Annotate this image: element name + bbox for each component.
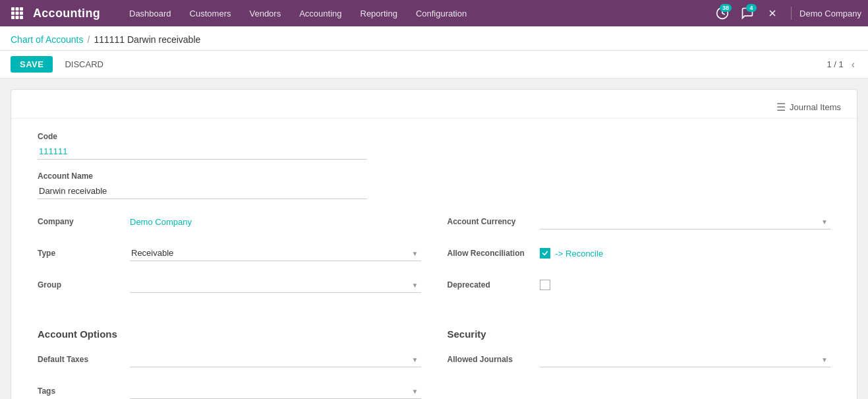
reconciliation-checkbox-wrapper: -> Reconcile (540, 248, 604, 259)
code-label: Code (38, 132, 830, 141)
clock-badge: 38 (720, 4, 732, 12)
allow-reconciliation-label: Allow Reconciliation (448, 249, 540, 258)
form-col-left: Company Demo Company Type Receivable ▼ (38, 211, 448, 306)
breadcrumb-current: 111111 Darwin receivable (94, 34, 200, 45)
tags-row: Tags ▼ (38, 381, 421, 399)
svg-rect-5 (20, 12, 23, 15)
navbar-separator (791, 7, 792, 20)
action-bar: SAVE DISCARD 1 / 1 ‹ (0, 51, 868, 78)
allowed-journals-label: Allowed Journals (448, 355, 540, 364)
svg-rect-7 (16, 16, 19, 19)
account-options-col: Account Options Default Taxes ▼ (38, 313, 448, 399)
chat-icon-btn[interactable]: 4 (737, 3, 758, 24)
type-select[interactable]: Receivable (130, 245, 421, 261)
security-col: Security Allowed Journals ▼ (448, 313, 831, 399)
default-taxes-select-wrapper: ▼ (130, 352, 421, 367)
form-two-col: Company Demo Company Type Receivable ▼ (38, 211, 830, 306)
apps-icon[interactable] (7, 3, 28, 24)
allow-reconciliation-row: Allow Reconciliation -> Reconcile (448, 243, 831, 264)
account-currency-select-wrapper: ▼ (540, 214, 831, 230)
breadcrumb-parent[interactable]: Chart of Accounts (11, 34, 84, 45)
navbar-company: Demo Company (799, 9, 861, 18)
allowed-journals-row: Allowed Journals ▼ (448, 349, 831, 370)
form-body: Code Account Name Company Demo Company (11, 119, 857, 399)
account-currency-select[interactable] (540, 214, 831, 230)
pagination: 1 / 1 ‹ (826, 57, 857, 72)
deprecated-row: Deprecated (448, 274, 831, 295)
chat-badge: 4 (746, 4, 757, 12)
tags-select-wrapper: ▼ (130, 383, 421, 399)
svg-rect-3 (11, 12, 14, 15)
default-taxes-select[interactable] (130, 352, 421, 367)
pagination-text: 1 / 1 (826, 59, 843, 69)
clock-icon-btn[interactable]: 38 (712, 3, 733, 24)
nav-vendors[interactable]: Vendors (240, 0, 290, 26)
company-label: Company (38, 217, 130, 226)
code-input[interactable] (38, 144, 367, 160)
default-taxes-label: Default Taxes (38, 355, 130, 364)
type-row: Type Receivable ▼ (38, 243, 421, 264)
account-options-title: Account Options (38, 328, 421, 340)
code-field: Code (38, 132, 830, 160)
company-value[interactable]: Demo Company (130, 217, 421, 227)
default-taxes-row: Default Taxes ▼ (38, 349, 421, 370)
group-label: Group (38, 280, 130, 290)
journal-items-button[interactable]: ☰ Journal Items (771, 98, 846, 116)
svg-rect-6 (11, 16, 14, 19)
pagination-prev[interactable]: ‹ (849, 57, 857, 72)
nav-configuration[interactable]: Configuration (407, 0, 476, 26)
deprecated-checkbox[interactable] (540, 280, 550, 290)
svg-rect-1 (16, 7, 19, 11)
nav-reporting[interactable]: Reporting (351, 0, 407, 26)
card-header: ☰ Journal Items (11, 90, 857, 119)
journal-items-label: Journal Items (790, 102, 841, 112)
type-select-wrapper: Receivable ▼ (130, 245, 421, 261)
allow-reconciliation-checkbox[interactable] (540, 248, 550, 259)
tags-select[interactable] (130, 383, 421, 399)
svg-rect-2 (20, 7, 23, 11)
allowed-journals-select-wrapper: ▼ (540, 352, 831, 367)
group-select[interactable] (130, 277, 421, 293)
security-title: Security (448, 328, 831, 340)
tags-label: Tags (38, 386, 130, 396)
group-row: Group ▼ (38, 274, 421, 295)
hamburger-icon: ☰ (776, 101, 786, 113)
deprecated-label: Deprecated (448, 280, 540, 290)
account-currency-label: Account Currency (448, 217, 540, 226)
form-col-right: Account Currency ▼ Allow Reconciliation (448, 211, 831, 306)
breadcrumb-separator: / (88, 34, 90, 45)
nav-dashboard[interactable]: Dashboard (120, 0, 181, 26)
options-security-col: Account Options Default Taxes ▼ (38, 313, 830, 399)
navbar-menu: Dashboard Customers Vendors Accounting R… (120, 0, 712, 26)
svg-rect-8 (20, 16, 23, 19)
account-name-input[interactable] (38, 183, 367, 199)
type-label: Type (38, 249, 130, 258)
navbar-brand: Accounting (33, 7, 100, 20)
account-name-label: Account Name (38, 171, 830, 181)
svg-rect-0 (11, 7, 14, 11)
close-icon-btn[interactable] (762, 3, 783, 24)
navbar: Accounting Dashboard Customers Vendors A… (0, 0, 868, 26)
reconcile-link[interactable]: -> Reconcile (556, 249, 604, 259)
nav-customers[interactable]: Customers (181, 0, 241, 26)
content-area: ☰ Journal Items Code Account Name (0, 78, 868, 399)
save-button[interactable]: SAVE (11, 56, 53, 73)
account-name-field: Account Name (38, 171, 830, 199)
navbar-right: 38 4 Demo Company (712, 3, 861, 24)
company-row: Company Demo Company (38, 211, 421, 232)
svg-rect-4 (16, 12, 19, 15)
allowed-journals-select[interactable] (540, 352, 831, 367)
breadcrumb-bar: Chart of Accounts / 111111 Darwin receiv… (0, 26, 868, 51)
group-select-wrapper: ▼ (130, 277, 421, 293)
form-card: ☰ Journal Items Code Account Name (11, 89, 857, 399)
account-currency-row: Account Currency ▼ (448, 211, 831, 232)
nav-accounting[interactable]: Accounting (290, 0, 351, 26)
discard-button[interactable]: DISCARD (58, 56, 110, 73)
